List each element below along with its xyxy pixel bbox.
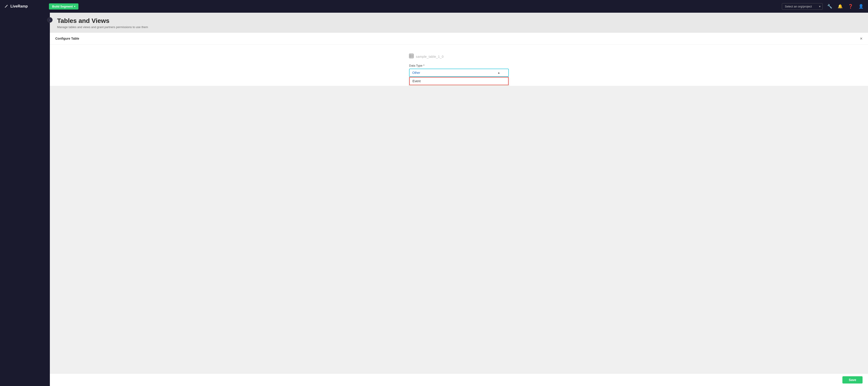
- configure-close-button[interactable]: ×: [860, 36, 863, 41]
- configure-table-panel: Configure Table × sample: [50, 33, 868, 86]
- build-segment-button[interactable]: Build Segment ▾: [49, 3, 79, 9]
- form-container: sample_table_1_0 Data Type * Other ▲: [409, 54, 509, 77]
- option-other[interactable]: Other: [409, 85, 508, 86]
- main-content: Tables and Views Manage tables and views…: [50, 13, 868, 386]
- page-header: Tables and Views Manage tables and views…: [50, 13, 868, 33]
- page-title: Tables and Views: [57, 17, 861, 25]
- app-name: LiveRamp: [10, 4, 28, 8]
- table-name-row: sample_table_1_0: [409, 54, 509, 59]
- bottom-bar: Save: [50, 373, 868, 386]
- chevron-up-icon: ▲: [497, 71, 500, 74]
- configure-body: sample_table_1_0 Data Type * Other ▲: [50, 44, 868, 86]
- data-type-label: Data Type *: [409, 64, 509, 67]
- help-icon-button[interactable]: ❓: [847, 3, 854, 10]
- data-type-selected-value: Other: [412, 71, 420, 74]
- configure-panel-title: Configure Table: [55, 37, 79, 40]
- build-segment-dropdown-arrow: ▾: [74, 5, 75, 8]
- table-grid-icon: [409, 54, 413, 59]
- option-event[interactable]: Event: [409, 77, 508, 85]
- data-type-select-wrapper: Other ▲ Event Other: [409, 69, 509, 77]
- svg-rect-0: [409, 54, 413, 58]
- app-logo: ⟋ LiveRamp: [4, 3, 49, 9]
- org-project-selector[interactable]: Select an org/project: [782, 3, 823, 10]
- sidebar-collapse-button[interactable]: ‹: [47, 17, 53, 23]
- table-name-text: sample_table_1_0: [416, 55, 443, 59]
- save-button[interactable]: Save: [842, 376, 863, 384]
- data-type-field-group: Data Type * Other ▲ Event: [409, 64, 509, 77]
- configure-panel-header: Configure Table ×: [50, 33, 868, 44]
- bell-icon-button[interactable]: 🔔: [837, 3, 843, 10]
- nav-right-actions: Select an org/project 🔧 🔔 ❓ 👤: [782, 3, 864, 10]
- data-type-select[interactable]: Other ▲: [409, 69, 509, 77]
- top-navigation: ⟋ LiveRamp Build Segment ▾ Select an org…: [0, 0, 868, 13]
- wrench-icon-button[interactable]: 🔧: [826, 3, 833, 10]
- page-subtitle: Manage tables and views and grant partne…: [57, 25, 861, 29]
- logo-icon: ⟋: [4, 3, 9, 9]
- sidebar: ‹: [0, 13, 50, 386]
- data-type-dropdown-menu: Event Other: [409, 77, 509, 86]
- user-icon-button[interactable]: 👤: [858, 3, 864, 10]
